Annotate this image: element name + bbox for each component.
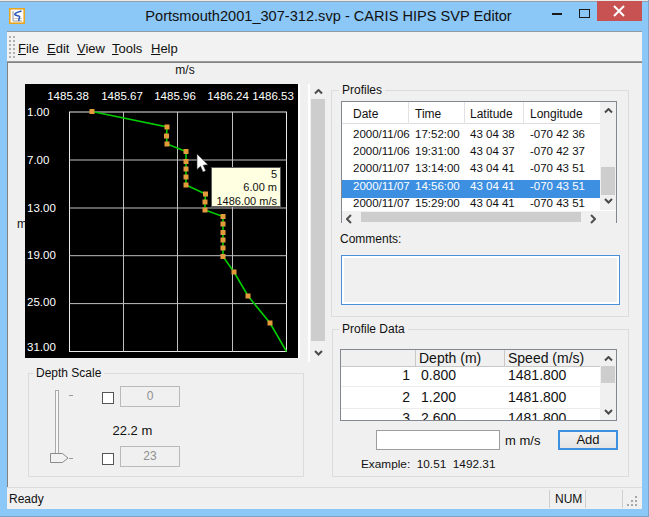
svg-text:19.00: 19.00 [27, 249, 56, 261]
svg-text:13.00: 13.00 [27, 202, 56, 214]
svg-text:25.00: 25.00 [27, 296, 56, 308]
svg-text:1486.53: 1486.53 [252, 90, 294, 102]
svg-text:31.00: 31.00 [27, 341, 56, 353]
svg-text:1486.24: 1486.24 [207, 90, 249, 102]
svg-text:1.00: 1.00 [27, 106, 49, 118]
svg-text:1485.67: 1485.67 [101, 90, 143, 102]
svg-text:7.00: 7.00 [27, 154, 49, 166]
svg-text:1485.38: 1485.38 [47, 90, 89, 102]
svg-text:1485.96: 1485.96 [154, 90, 196, 102]
